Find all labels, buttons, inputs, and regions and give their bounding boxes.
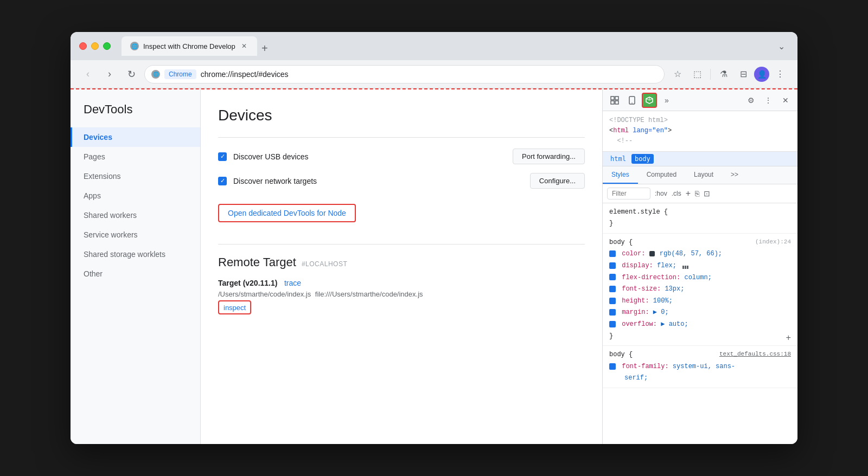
device-mode-button[interactable] (624, 93, 640, 108)
style-prop-display: display: flex; (609, 260, 791, 272)
sidebar-item-shared-storage[interactable]: Shared storage worklets (71, 245, 200, 264)
menu-button[interactable]: ⋮ (771, 66, 789, 83)
usb-checkbox[interactable] (218, 152, 227, 161)
back-button[interactable]: ‹ (79, 66, 97, 83)
tab-more[interactable]: >> (722, 166, 747, 184)
inspect-element-button[interactable] (607, 93, 622, 108)
element-style-block: element.style { } (603, 203, 797, 234)
sidebar-item-label: Service workers (84, 230, 138, 239)
tab-computed[interactable]: Computed (638, 166, 685, 184)
configure-button[interactable]: Configure... (530, 173, 585, 189)
sidebar-item-devices[interactable]: Devices (71, 127, 200, 147)
style-prop-font-size: font-size: 13px; (609, 284, 791, 295)
sidebar-item-other[interactable]: Other (71, 264, 200, 284)
network-label: Discover network targets (233, 177, 524, 185)
sidebar-item-label: Apps (84, 191, 101, 200)
add-property-button[interactable]: + (786, 331, 791, 346)
svg-rect-12 (687, 266, 688, 269)
forward-button[interactable]: › (101, 66, 118, 83)
prop-name: color: (622, 250, 645, 258)
body-source-2[interactable]: text_defaults.css:18 (719, 349, 791, 360)
styles-panel: element.style { } body { (index):24 colo… (603, 203, 797, 444)
copy-styles-button[interactable]: ⎘ (695, 189, 699, 198)
tab-close-button[interactable]: ✕ (240, 42, 248, 50)
window-minimize-button[interactable]: ⌄ (774, 38, 789, 54)
styles-filter-bar: :hov .cls + ⎘ ⊡ (603, 184, 797, 203)
more-tools-button[interactable]: » (659, 93, 674, 108)
target-path-row: /Users/stmarthe/code/index.js file:///Us… (218, 290, 585, 298)
address-url: chrome://inspect/#devices (201, 70, 289, 79)
toggle-sidebar-button[interactable]: ⊡ (704, 189, 710, 198)
prop-checkbox[interactable] (609, 286, 616, 292)
page-main: Devices Discover USB devices Port forwar… (201, 89, 602, 444)
tab-layout[interactable]: Layout (685, 166, 722, 184)
prop-checkbox[interactable] (609, 250, 616, 257)
sidebar-item-label: Shared workers (84, 211, 137, 220)
sidebar-item-shared-workers[interactable]: Shared workers (71, 205, 200, 225)
html-breadcrumb[interactable]: html (607, 154, 629, 164)
network-checkbox[interactable] (218, 177, 227, 185)
body-breadcrumb[interactable]: body (631, 154, 654, 164)
sidebar-item-label: Other (84, 269, 103, 278)
sidebar-item-label: Shared storage worklets (84, 250, 165, 259)
section-title: Remote Target (218, 255, 296, 269)
minimize-window-button[interactable] (91, 42, 99, 50)
reload-button[interactable]: ↻ (123, 66, 140, 83)
port-forwarding-button[interactable]: Port forwarding... (513, 149, 585, 164)
devtools-html: <!DOCTYPE html> <html lang="en"> <!-- (603, 111, 797, 152)
prop-checkbox[interactable] (609, 321, 616, 327)
extension-button[interactable]: ⬚ (688, 66, 706, 83)
prop-checkbox[interactable] (609, 262, 616, 269)
prop-name: overflow: (622, 320, 657, 328)
prop-val: ▶ auto; (661, 320, 688, 328)
prop-checkbox[interactable] (609, 363, 616, 370)
prop-val: ▶ 0; (653, 308, 669, 316)
close-window-button[interactable] (79, 42, 87, 50)
maximize-window-button[interactable] (103, 42, 111, 50)
sidebar-item-extensions[interactable]: Extensions (71, 166, 200, 186)
active-tab[interactable]: 🌐 Inspect with Chrome Develop ✕ (122, 36, 257, 56)
sidebar-item-pages[interactable]: Pages (71, 147, 200, 166)
inspect-link[interactable]: inspect (224, 304, 246, 312)
divider2 (218, 244, 585, 245)
devtools-button[interactable]: ⚗ (715, 66, 732, 83)
split-button[interactable]: ⊟ (735, 66, 752, 83)
svg-rect-10 (682, 266, 684, 269)
section-header: Remote Target #LOCALHOST (218, 255, 585, 269)
styles-filter-input[interactable] (607, 188, 650, 200)
class-filter[interactable]: .cls (672, 190, 681, 197)
prop-checkbox[interactable] (609, 274, 616, 280)
sidebar-item-apps[interactable]: Apps (71, 186, 200, 205)
pseudo-filter[interactable]: :hov (655, 190, 667, 197)
new-tab-button[interactable]: + (257, 41, 272, 56)
devtools-panel: » ⚙ ⋮ ✕ <!DOCTYPE html> <html lang="en">… (602, 89, 797, 444)
bookmark-button[interactable]: ☆ (669, 66, 686, 83)
svg-line-9 (646, 99, 649, 100)
inspect-link-box: inspect (218, 300, 251, 314)
body-style-block-1: body { (index):24 color: rgb(48, 57, 66)… (603, 234, 797, 346)
svg-rect-1 (615, 97, 618, 100)
sidebar-item-service-workers[interactable]: Service workers (71, 225, 200, 245)
prop-checkbox[interactable] (609, 298, 616, 304)
tab-styles[interactable]: Styles (603, 166, 638, 184)
3d-view-button[interactable] (642, 93, 657, 108)
settings-button[interactable]: ⚙ (743, 93, 758, 108)
style-prop-flex-direction: flex-direction: column; (609, 272, 791, 284)
body-selector-2: body { (609, 351, 633, 358)
add-rule-button[interactable]: + (686, 189, 691, 198)
sidebar-item-label: Devices (84, 133, 112, 141)
prop-val: flex; (657, 262, 676, 269)
node-devtools-link[interactable]: Open dedicated DevTools for Node (228, 209, 346, 217)
prop-checkbox[interactable] (609, 309, 616, 316)
more-options-button[interactable]: ⋮ (761, 93, 776, 108)
body-selector-row: body { (index):24 (609, 237, 791, 249)
trace-link[interactable]: trace (284, 279, 301, 287)
style-font-family-cont: serif; (609, 372, 791, 384)
network-option-row: Discover network targets Configure... (218, 173, 585, 189)
site-favicon: 🌐 (151, 70, 160, 79)
address-bar[interactable]: 🌐 Chrome chrome://inspect/#devices (144, 65, 665, 83)
prop-name: height: (622, 297, 649, 305)
svg-rect-2 (611, 101, 614, 104)
close-devtools-button[interactable]: ✕ (778, 93, 793, 108)
profile-icon[interactable]: 👤 (754, 67, 769, 82)
